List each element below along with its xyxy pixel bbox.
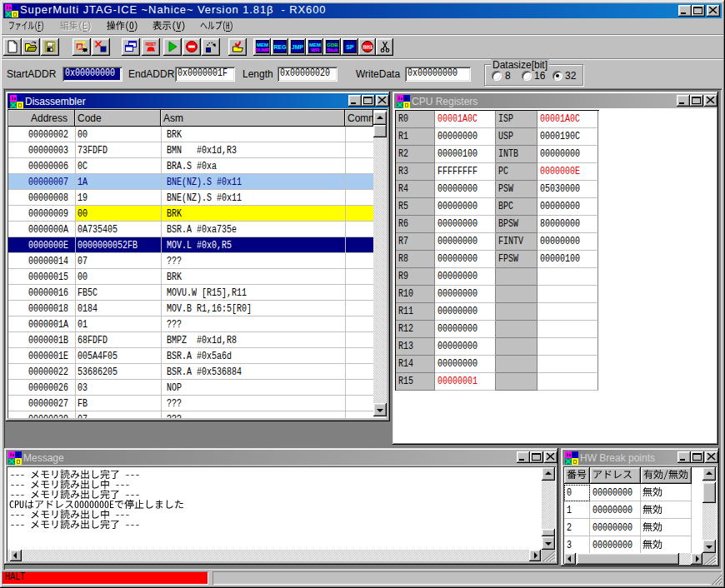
svg-text:GDB: GDB bbox=[327, 42, 338, 47]
svg-text:JMP: JMP bbox=[292, 44, 304, 50]
svg-text:MEM: MEM bbox=[309, 42, 321, 47]
svg-text:REG: REG bbox=[273, 44, 287, 50]
svg-text:SP: SP bbox=[346, 44, 354, 50]
svg-text:MEM: MEM bbox=[257, 42, 268, 47]
svg-text:WR: WR bbox=[311, 47, 320, 52]
svg-text:RESET: RESET bbox=[146, 42, 157, 47]
svg-text:Stub: Stub bbox=[327, 47, 338, 52]
svg-text:STOP: STOP bbox=[362, 45, 372, 49]
svg-text:DUMP: DUMP bbox=[255, 47, 270, 52]
